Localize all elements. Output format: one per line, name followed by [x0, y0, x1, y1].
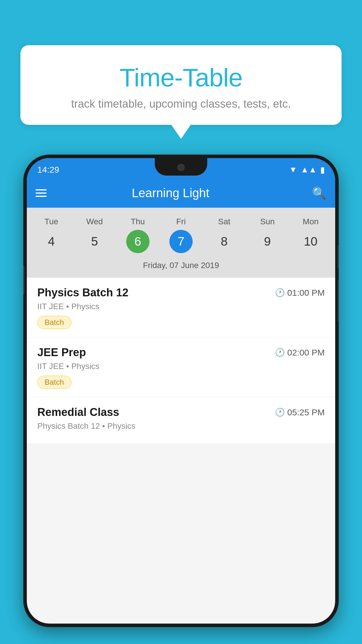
day-col-thu[interactable]: Thu6	[119, 217, 157, 253]
selected-date-label: Friday, 07 June 2019	[30, 257, 332, 275]
day-number[interactable]: 4	[40, 230, 63, 253]
phone-screen: 14:29 ▼ ▲▲ ▮ Learning Light 🔍 Tue4Wed5Th…	[27, 158, 335, 624]
battery-icon: ▮	[320, 165, 325, 175]
camera	[178, 164, 184, 171]
day-name: Wed	[86, 217, 103, 226]
day-number[interactable]: 7	[169, 230, 193, 253]
status-time: 14:29	[37, 165, 59, 175]
item-subtitle: IIT JEE • Physics	[37, 362, 325, 371]
day-col-fri[interactable]: Fri7	[162, 217, 200, 253]
batch-tag: Batch	[37, 376, 71, 389]
day-name: Thu	[131, 217, 145, 226]
clock-icon: 🕐	[275, 288, 285, 298]
wifi-icon: ▼	[289, 165, 297, 174]
day-name: Sun	[260, 217, 275, 226]
item-time: 🕐01:00 PM	[275, 288, 325, 298]
status-icons: ▼ ▲▲ ▮	[289, 165, 325, 175]
schedule-item[interactable]: Remedial Class🕐05:25 PMPhysics Batch 12 …	[27, 397, 335, 444]
days-row: Tue4Wed5Thu6Fri7Sat8Sun9Mon10	[30, 214, 332, 257]
volume-button	[23, 265, 24, 295]
clock-icon: 🕐	[275, 407, 285, 417]
search-icon[interactable]: 🔍	[312, 186, 326, 200]
day-col-mon[interactable]: Mon10	[292, 217, 330, 253]
phone-container: 14:29 ▼ ▲▲ ▮ Learning Light 🔍 Tue4Wed5Th…	[23, 155, 339, 644]
bubble-title: Time-Table	[35, 63, 327, 92]
day-col-tue[interactable]: Tue4	[32, 217, 70, 253]
item-time: 🕐02:00 PM	[275, 348, 325, 358]
phone-frame: 14:29 ▼ ▲▲ ▮ Learning Light 🔍 Tue4Wed5Th…	[23, 155, 339, 627]
item-title: Remedial Class	[37, 406, 119, 419]
batch-tag: Batch	[37, 316, 71, 329]
schedule-item[interactable]: Physics Batch 12🕐01:00 PMIIT JEE • Physi…	[27, 278, 335, 337]
notch	[155, 158, 207, 176]
day-col-wed[interactable]: Wed5	[75, 217, 113, 253]
day-number[interactable]: 6	[126, 230, 150, 253]
day-number[interactable]: 5	[83, 230, 106, 253]
day-col-sun[interactable]: Sun9	[249, 217, 287, 253]
day-name: Fri	[176, 217, 186, 226]
item-subtitle: Physics Batch 12 • Physics	[37, 421, 325, 431]
app-title: Learning Light	[55, 186, 286, 200]
day-number[interactable]: 10	[299, 230, 322, 253]
day-col-sat[interactable]: Sat8	[205, 217, 243, 253]
item-title: JEE Prep	[37, 346, 86, 359]
schedule-list: Physics Batch 12🕐01:00 PMIIT JEE • Physi…	[27, 278, 335, 444]
signal-icon: ▲▲	[301, 165, 317, 174]
day-name: Mon	[303, 217, 319, 226]
item-title: Physics Batch 12	[37, 286, 129, 299]
clock-icon: 🕐	[275, 348, 285, 357]
bubble-subtitle: track timetable, upcoming classes, tests…	[35, 98, 327, 110]
day-number[interactable]: 9	[256, 230, 279, 253]
calendar-header: Tue4Wed5Thu6Fri7Sat8Sun9Mon10 Friday, 07…	[27, 208, 335, 278]
menu-icon[interactable]	[36, 189, 47, 197]
day-name: Tue	[45, 217, 58, 226]
power-button	[338, 245, 339, 268]
schedule-item[interactable]: JEE Prep🕐02:00 PMIIT JEE • PhysicsBatch	[27, 337, 335, 397]
speech-bubble: Time-Table track timetable, upcoming cla…	[20, 45, 342, 125]
day-name: Sat	[218, 217, 230, 226]
app-bar: Learning Light 🔍	[27, 178, 335, 208]
day-number[interactable]: 8	[212, 230, 236, 253]
item-subtitle: IIT JEE • Physics	[37, 302, 325, 311]
volume-down-button	[338, 280, 339, 321]
item-time: 🕐05:25 PM	[275, 407, 325, 417]
